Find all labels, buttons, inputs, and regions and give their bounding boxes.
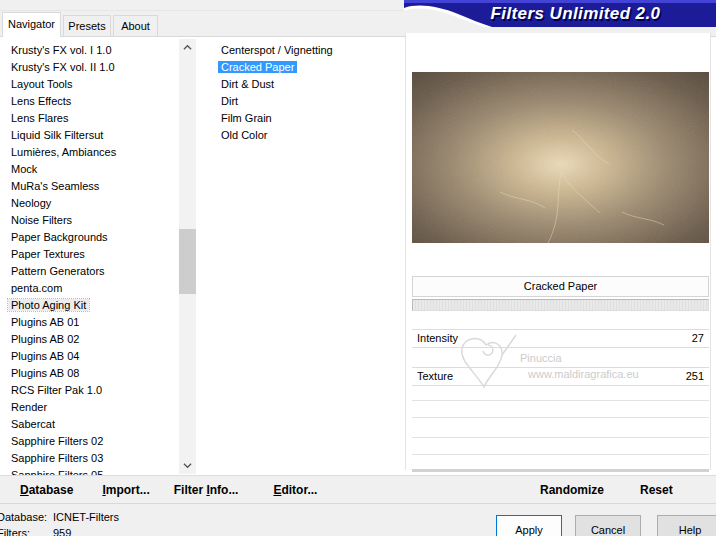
panel-bottom-divider [412, 469, 709, 472]
empty-parameter-row [412, 400, 709, 418]
filter-label: Old Color [218, 129, 270, 141]
category-list-item[interactable]: Plugins AB 08 [0, 365, 178, 382]
scroll-down-button[interactable] [179, 457, 196, 474]
status-database-line: Database:ICNET-Filters [0, 511, 119, 523]
category-list-item[interactable]: Layout Tools [0, 76, 178, 93]
filter-label: Centerspot / Vignetting [218, 44, 336, 56]
category-list-item[interactable]: MuRa's Seamless [0, 178, 178, 195]
category-list-item[interactable]: Photo Aging Kit [0, 297, 178, 314]
category-label: Sapphire Filters 03 [8, 452, 106, 464]
category-label: Photo Aging Kit [8, 299, 89, 311]
filter-list-item[interactable]: Film Grain [210, 110, 403, 127]
category-list-item[interactable]: Lens Flares [0, 110, 178, 127]
chevron-down-icon [183, 461, 192, 470]
tab-navigator[interactable]: Navigator [2, 12, 61, 37]
category-label: Sabercat [8, 418, 58, 430]
category-list-item[interactable]: penta.com [0, 280, 178, 297]
parameter-value: 251 [686, 368, 704, 385]
scroll-up-button[interactable] [179, 39, 196, 56]
category-list-item[interactable]: Paper Textures [0, 246, 178, 263]
scrollbar-thumb[interactable] [179, 229, 196, 294]
action-button[interactable]: Cancel [575, 515, 641, 536]
category-list-item[interactable]: Paper Backgrounds [0, 229, 178, 246]
filter-list-item[interactable]: Dirt & Dust [210, 76, 403, 93]
filters-label: Filters: [0, 527, 53, 536]
database-value: ICNET-Filters [53, 511, 119, 523]
filters-count: 959 [53, 527, 71, 536]
title-banner: Filters Unlimited 2.0 Filters Unlimited … [404, 0, 716, 27]
filter-label: Cracked Paper [218, 61, 297, 73]
filter-list-item[interactable]: Dirt [210, 93, 403, 110]
status-filters-line: Filters:959 [0, 527, 71, 536]
category-label: Mock [8, 163, 40, 175]
tab-bar: Navigator Presets About [0, 12, 404, 37]
preview-panel: Cracked Paper Intensity 27 Texture 251 P… [405, 33, 711, 470]
toolbar-left: DatabaseImport...Filter Info...Editor... [0, 476, 317, 503]
category-list-item[interactable]: Pattern Generators [0, 263, 178, 280]
dialog-actions: ApplyCancelHelp [496, 515, 716, 536]
category-label: Paper Textures [8, 248, 88, 260]
action-button[interactable]: Apply [496, 515, 562, 536]
filter-label: Dirt & Dust [218, 78, 277, 90]
action-button[interactable]: Help [657, 515, 716, 536]
parameter-slider-row[interactable]: Texture 251 [412, 367, 709, 386]
parameter-slider-row[interactable]: Intensity 27 [412, 329, 709, 348]
category-list-item[interactable]: Mock [0, 161, 178, 178]
category-label: Lens Flares [8, 112, 71, 124]
category-list-item[interactable]: Sapphire Filters 03 [0, 450, 178, 467]
category-label: penta.com [8, 282, 65, 294]
category-label: Krusty's FX vol. II 1.0 [8, 61, 118, 73]
category-label: Lens Effects [8, 95, 74, 107]
category-list-item[interactable]: Krusty's FX vol. II 1.0 [0, 59, 178, 76]
database-label: Database: [0, 511, 53, 523]
filter-list[interactable]: Centerspot / Vignetting Cracked Paper Di… [210, 39, 403, 479]
category-list-item[interactable]: Render [0, 399, 178, 416]
filter-list-item[interactable]: Old Color [210, 127, 403, 144]
toolbar-button[interactable]: Database [20, 483, 73, 497]
category-list-item[interactable]: Noise Filters [0, 212, 178, 229]
category-label: Render [8, 401, 50, 413]
category-list-item[interactable]: RCS Filter Pak 1.0 [0, 382, 178, 399]
toolbar-button[interactable]: Import... [102, 483, 149, 497]
category-label: Plugins AB 04 [8, 350, 83, 362]
category-list-item[interactable]: Lens Effects [0, 93, 178, 110]
filter-list-item[interactable]: Centerspot / Vignetting [210, 42, 403, 59]
category-list-item[interactable]: Lumières, Ambiances [0, 144, 178, 161]
category-label: Plugins AB 08 [8, 367, 83, 379]
category-label: MuRa's Seamless [8, 180, 102, 192]
filter-list-item[interactable]: Cracked Paper [210, 59, 403, 76]
category-label: RCS Filter Pak 1.0 [8, 384, 105, 396]
category-list[interactable]: Krusty's FX vol. I 1.0 Krusty's FX vol. … [0, 39, 178, 479]
category-list-item[interactable]: Neology [0, 195, 178, 212]
filter-label: Film Grain [218, 112, 275, 124]
category-label: Neology [8, 197, 54, 209]
parameter-value: 27 [692, 330, 704, 347]
tab-about[interactable]: About [113, 15, 158, 37]
category-list-item[interactable]: Sabercat [0, 416, 178, 433]
category-list-item[interactable]: Plugins AB 02 [0, 331, 178, 348]
parameter-list: Intensity 27 Texture 251 [412, 329, 709, 405]
toolbar-button[interactable]: Reset [640, 483, 673, 497]
top-divider [0, 10, 404, 11]
chevron-up-icon [183, 43, 192, 52]
toolbar-button[interactable]: Randomize [540, 483, 604, 497]
category-label: Liquid Silk Filtersut [8, 129, 106, 141]
tab-presets[interactable]: Presets [63, 15, 111, 37]
toolbar-button[interactable]: Filter Info... [174, 483, 239, 497]
category-scrollbar[interactable] [179, 39, 196, 474]
parameter-label: Texture [417, 368, 453, 385]
banner-title: Filters Unlimited 2.0 [491, 4, 661, 23]
category-list-item[interactable]: Plugins AB 01 [0, 314, 178, 331]
banner-graphic: Filters Unlimited 2.0 Filters Unlimited … [404, 0, 716, 27]
category-list-item[interactable]: Liquid Silk Filtersut [0, 127, 178, 144]
filter-label: Dirt [218, 95, 241, 107]
category-label: Lumières, Ambiances [8, 146, 119, 158]
preview-image [412, 72, 709, 243]
category-list-item[interactable]: Krusty's FX vol. I 1.0 [0, 42, 178, 59]
category-list-item[interactable]: Plugins AB 04 [0, 348, 178, 365]
category-label: Plugins AB 01 [8, 316, 83, 328]
category-list-item[interactable]: Sapphire Filters 02 [0, 433, 178, 450]
empty-parameter-row [412, 437, 709, 455]
toolbar-button[interactable]: Editor... [273, 483, 317, 497]
progress-bar [412, 299, 709, 311]
